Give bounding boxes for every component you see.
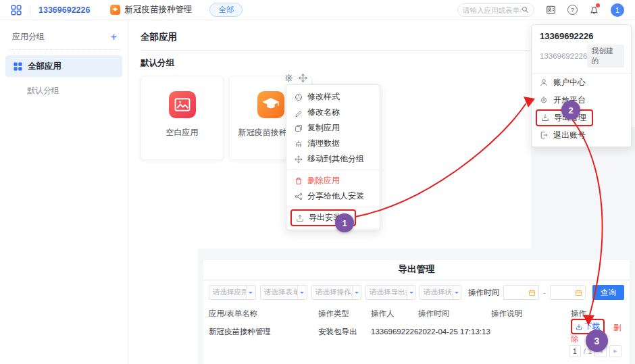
cell-name: 新冠疫苗接种管理 (209, 327, 318, 337)
calendar-icon (575, 289, 582, 296)
search-input[interactable] (463, 6, 522, 14)
page-total: / 1 (584, 347, 592, 355)
export-panel-title: 导出管理 (203, 260, 630, 279)
table-header-row: 应用/表单名称 操作类型 操作人 操作时间 操作说明 操作 (203, 305, 630, 321)
col-header-op-time: 操作时间 (418, 309, 491, 319)
date-end-input[interactable] (550, 285, 586, 300)
copy-icon (295, 124, 303, 132)
operation-time-label: 操作时间 (468, 288, 499, 298)
menu-item-label: 移动到其他分组 (307, 153, 364, 165)
menu-item-label: 复制应用 (307, 122, 340, 134)
sidebar-item-all-apps[interactable]: 全部应用 (5, 55, 122, 77)
vaccine-app-mini-icon (110, 5, 120, 15)
export-management-panel: 导出管理 请选择应用 请选择表单 请选择操作人 请选择导出类型 (198, 249, 635, 364)
chevron-down-icon (352, 286, 361, 299)
next-page-button[interactable]: ▶ (609, 345, 621, 357)
app-settings-gear-icon[interactable] (284, 74, 293, 82)
user-menu-subtitle: 13369692226 (540, 52, 587, 60)
filter-select-status[interactable]: 请选择状态 (420, 285, 461, 300)
contacts-icon[interactable] (546, 5, 556, 15)
scope-all-pill[interactable]: 全部 (209, 3, 243, 17)
calendar-icon (528, 289, 536, 296)
sidebar-divider (8, 49, 120, 50)
created-by-me-badge: 我创建的 (587, 45, 624, 68)
download-label: 下载 (584, 321, 600, 332)
user-menu-title: 13369692226 (532, 30, 631, 43)
notification-bell-icon[interactable] (589, 5, 599, 15)
col-header-name: 应用/表单名称 (209, 309, 318, 319)
chevron-down-icon (453, 286, 461, 299)
filter-select-operator[interactable]: 请选择操作人 (311, 285, 361, 300)
app-card-blank[interactable]: 空白应用 (141, 76, 224, 160)
open-platform-icon (540, 96, 548, 104)
menu-divider (286, 170, 380, 170)
filter-placeholder: 请选择导出类型 (370, 288, 407, 297)
user-avatar[interactable]: 1 (611, 3, 624, 17)
menu-item-open-platform[interactable]: 开放平台 (532, 91, 631, 109)
menu-item-label: 导出安装包 (309, 212, 349, 224)
app-move-icon[interactable] (299, 74, 307, 82)
menu-item-label: 分享给他人安装 (307, 190, 364, 202)
topbar-account-id[interactable]: 13369692226 (39, 5, 90, 15)
cell-op-time: 2022-04-25 17:13:13 (418, 328, 491, 336)
help-icon[interactable]: ? (567, 5, 578, 15)
add-group-button[interactable]: + (111, 32, 117, 42)
menu-item-edit-style[interactable]: 修改样式 (286, 89, 380, 105)
menu-divider (286, 207, 380, 207)
chevron-down-icon (297, 286, 307, 299)
table-row: 新冠疫苗接种管理 安装包导出 13369692226 2022-04-25 17… (203, 321, 630, 342)
sidebar: 应用分组 + 全部应用 默认分组 (0, 20, 128, 364)
download-link[interactable]: 下载 (576, 321, 600, 332)
date-range-separator: - (543, 288, 546, 296)
menu-item-delete-app[interactable]: 删除应用 (286, 173, 380, 188)
menu-item-label: 修改名称 (307, 107, 340, 118)
menu-item-logout[interactable]: 退出账号 (532, 126, 631, 144)
menu-item-label: 修改样式 (307, 91, 340, 103)
filter-select-form[interactable]: 请选择表单 (260, 285, 307, 300)
cell-op-type: 安装包导出 (318, 327, 371, 337)
col-header-actions: 操作 (571, 309, 624, 319)
topbar-app-tab[interactable]: 新冠疫苗接种管理 (110, 4, 192, 16)
menu-item-label: 退出账号 (553, 130, 586, 141)
menu-item-clean-data[interactable]: 清理数据 (286, 136, 380, 151)
cell-operator: 13369692226 (371, 328, 418, 336)
filter-select-app[interactable]: 请选择应用 (209, 285, 256, 300)
search-box[interactable] (457, 3, 534, 17)
menu-item-label: 删除应用 (307, 175, 340, 186)
share-icon (295, 192, 303, 201)
query-button[interactable]: 查询 (592, 285, 624, 300)
notification-badge (596, 3, 600, 7)
chevron-down-icon (407, 286, 415, 299)
prev-page-button[interactable]: ◀ (594, 345, 607, 357)
sidebar-group-header: 应用分组 (12, 31, 45, 43)
sidebar-item-default-group[interactable]: 默认分组 (0, 81, 128, 100)
menu-item-copy-app[interactable]: 复制应用 (286, 120, 380, 136)
menu-item-move-group[interactable]: 移动到其他分组 (286, 151, 380, 167)
date-start-input[interactable] (503, 285, 539, 300)
style-icon (295, 93, 303, 101)
topbar-app-tab-label: 新冠疫苗接种管理 (124, 4, 192, 16)
menu-item-label: 账户中心 (553, 77, 586, 88)
annotation-box-2: 导出管理 (536, 109, 593, 126)
menu-item-export-package[interactable]: 导出安装包 (286, 210, 380, 226)
move-icon (295, 155, 303, 163)
person-icon (540, 78, 548, 86)
export-package-icon (296, 214, 304, 222)
filter-placeholder: 请选择操作人 (315, 288, 352, 297)
trash-icon (295, 177, 303, 185)
download-icon (576, 323, 582, 330)
filter-select-export-type[interactable]: 请选择导出类型 (365, 285, 415, 300)
app-window: 13369692226 新冠疫苗接种管理 全部 (0, 0, 635, 364)
app-grid-logo-icon[interactable] (11, 5, 22, 16)
menu-item-share-install[interactable]: 分享给他人安装 (286, 188, 380, 204)
filter-placeholder: 请选择表单 (264, 288, 297, 297)
all-apps-grid-icon (14, 62, 22, 71)
filter-placeholder: 请选择应用 (213, 288, 246, 297)
sidebar-item-label: 全部应用 (28, 61, 61, 72)
menu-item-export-management[interactable]: 导出管理 (532, 109, 631, 126)
menu-item-account-center[interactable]: 账户中心 (532, 74, 631, 91)
logout-icon (540, 131, 548, 139)
menu-item-rename[interactable]: 修改名称 (286, 105, 380, 120)
app-card-label: 空白应用 (166, 127, 199, 138)
page-number-box[interactable]: 1 (569, 345, 581, 357)
